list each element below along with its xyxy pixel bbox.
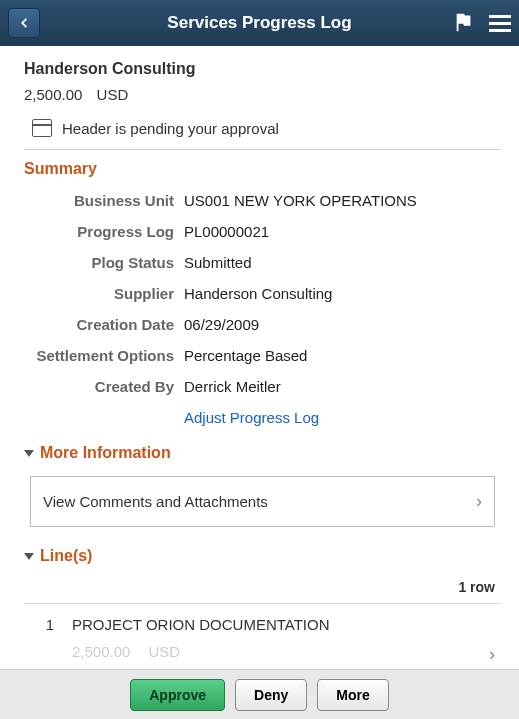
field-value: 06/29/2009 xyxy=(184,316,501,333)
field-value: Derrick Meitler xyxy=(184,378,501,395)
lines-title: Line(s) xyxy=(40,547,92,565)
menu-icon[interactable] xyxy=(489,15,511,32)
chevron-right-icon: › xyxy=(476,491,482,512)
supplier-name: Handerson Consulting xyxy=(24,60,501,78)
view-comments-row[interactable]: View Comments and Attachments › xyxy=(30,476,495,527)
lines-toggle[interactable]: Line(s) xyxy=(24,547,501,565)
field-settlement-options: Settlement Options Percentage Based xyxy=(24,347,501,364)
page-title: Services Progress Log xyxy=(0,13,519,33)
deny-button[interactable]: Deny xyxy=(235,679,307,711)
chevron-down-icon xyxy=(24,553,34,560)
flag-icon[interactable] xyxy=(453,11,475,36)
line-description: PROJECT ORION DOCUMENTATION xyxy=(72,616,330,633)
more-button[interactable]: More xyxy=(317,679,388,711)
amount-value: 2,500.00 xyxy=(24,86,82,103)
currency-value: USD xyxy=(97,86,129,103)
chevron-down-icon xyxy=(24,450,34,457)
chevron-right-icon: › xyxy=(489,644,495,665)
approval-message: Header is pending your approval xyxy=(62,120,279,137)
field-creation-date: Creation Date 06/29/2009 xyxy=(24,316,501,333)
field-business-unit: Business Unit US001 NEW YORK OPERATIONS xyxy=(24,192,501,209)
document-icon xyxy=(32,119,52,137)
field-progress-log: Progress Log PL00000021 xyxy=(24,223,501,240)
view-comments-label: View Comments and Attachments xyxy=(43,493,268,510)
approve-button[interactable]: Approve xyxy=(130,679,225,711)
approval-message-row: Header is pending your approval xyxy=(32,119,501,137)
line-currency: USD xyxy=(148,643,180,660)
field-label: Progress Log xyxy=(24,223,184,240)
line-item[interactable]: 1 PROJECT ORION DOCUMENTATION 2,500.00 U… xyxy=(24,603,501,660)
field-label: Creation Date xyxy=(24,316,184,333)
content-area: Handerson Consulting 2,500.00 USD Header… xyxy=(0,46,519,669)
field-created-by: Created By Derrick Meitler xyxy=(24,378,501,395)
line-number: 1 xyxy=(30,616,54,633)
summary-title: Summary xyxy=(24,160,501,178)
field-label: Settlement Options xyxy=(24,347,184,364)
action-footer: Approve Deny More xyxy=(0,669,519,719)
field-supplier: Supplier Handerson Consulting xyxy=(24,285,501,302)
adjust-progress-log-link[interactable]: Adjust Progress Log xyxy=(184,409,319,426)
field-label: Plog Status xyxy=(24,254,184,271)
back-button[interactable] xyxy=(8,8,40,38)
field-value: US001 NEW YORK OPERATIONS xyxy=(184,192,501,209)
field-plog-status: Plog Status Submitted xyxy=(24,254,501,271)
line-amount: 2,500.00 xyxy=(72,643,130,660)
amount-row: 2,500.00 USD xyxy=(24,86,501,103)
field-label: Created By xyxy=(24,378,184,395)
more-information-toggle[interactable]: More Information xyxy=(24,444,501,462)
field-label: Business Unit xyxy=(24,192,184,209)
app-header: Services Progress Log xyxy=(0,0,519,46)
divider xyxy=(24,149,501,150)
field-value: Submitted xyxy=(184,254,501,271)
field-value: Handerson Consulting xyxy=(184,285,501,302)
field-value: PL00000021 xyxy=(184,223,501,240)
field-label: Supplier xyxy=(24,285,184,302)
chevron-left-icon xyxy=(17,16,31,30)
field-value: Percentage Based xyxy=(184,347,501,364)
more-information-title: More Information xyxy=(40,444,171,462)
row-count: 1 row xyxy=(24,579,495,595)
